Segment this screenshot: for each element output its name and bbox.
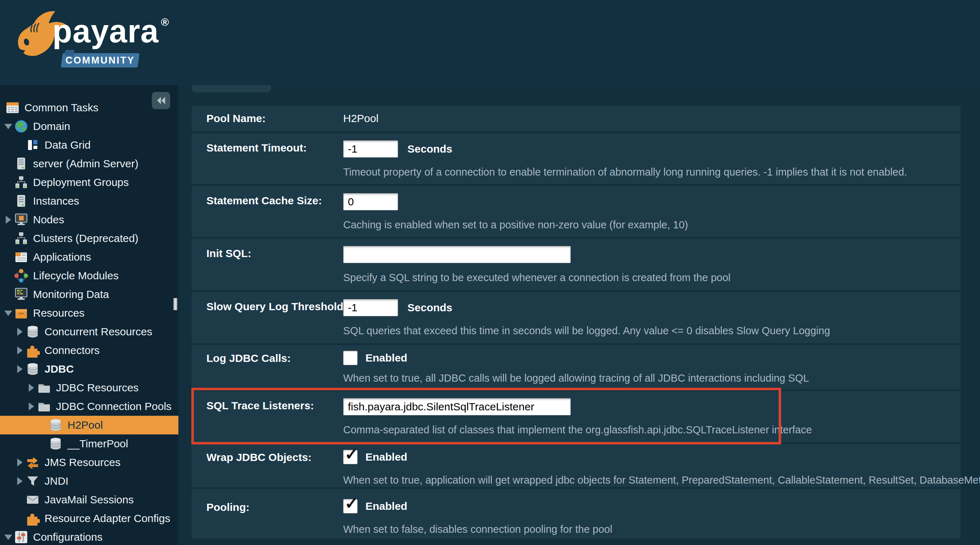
database-icon bbox=[25, 324, 40, 339]
brand-wordmark: payara® bbox=[52, 13, 169, 50]
expander-right-icon[interactable] bbox=[14, 328, 25, 336]
hierarchy-icon bbox=[14, 175, 29, 190]
sidebar-item-javamail-sessions[interactable]: JavaMail Sessions bbox=[0, 491, 178, 509]
sidebar-item-connectors[interactable]: Connectors bbox=[0, 341, 178, 360]
database-icon bbox=[48, 436, 63, 451]
form-row-statement-timeout: Statement Timeout: Seconds Timeout prope… bbox=[192, 133, 961, 184]
tasks-grid-icon bbox=[5, 100, 20, 115]
expander-right-icon[interactable] bbox=[14, 459, 25, 466]
sidebar-scrollbar-thumb[interactable] bbox=[173, 298, 177, 310]
sidebar-item-jndi[interactable]: JNDI bbox=[0, 472, 178, 491]
monitoring-icon bbox=[14, 287, 29, 302]
app-header: payara® COMMUNITY bbox=[0, 0, 980, 85]
sidebar-item-clusters[interactable]: Clusters (Deprecated) bbox=[0, 229, 178, 248]
sidebar-item-lifecycle-modules[interactable]: Lifecycle Modules bbox=[0, 266, 178, 285]
statement-timeout-description: Timeout property of a connection to enab… bbox=[343, 166, 907, 178]
seconds-suffix: Seconds bbox=[407, 143, 452, 155]
data-grid-icon bbox=[25, 137, 40, 153]
applications-icon bbox=[14, 250, 29, 265]
seconds-suffix: Seconds bbox=[407, 301, 452, 314]
sql-trace-listeners-description: Comma-separated list of classes that imp… bbox=[343, 424, 812, 436]
statement-cache-size-input[interactable] bbox=[343, 193, 398, 210]
wrap-jdbc-objects-checkbox[interactable] bbox=[343, 450, 358, 464]
expander-down-icon[interactable] bbox=[3, 124, 14, 129]
form-row-slow-query-log-threshold: Slow Query Log Threshold: Seconds SQL qu… bbox=[192, 292, 961, 343]
sidebar-item-server[interactable]: server (Admin Server) bbox=[0, 155, 178, 173]
form-row-log-jdbc-calls: Log JDBC Calls: Enabled When set to true… bbox=[192, 345, 961, 389]
wrap-jdbc-objects-description: When set to true, application will get w… bbox=[343, 474, 980, 486]
sidebar-item-configurations[interactable]: Configurations bbox=[0, 528, 178, 545]
puzzle-icon bbox=[25, 511, 40, 526]
sidebar-item-jdbc-resources[interactable]: JDBC Resources bbox=[0, 378, 178, 397]
form-row-init-sql: Init SQL: Specify a SQL string to be exe… bbox=[192, 239, 961, 290]
expander-down-icon[interactable] bbox=[3, 535, 14, 540]
lifecycle-icon bbox=[14, 268, 29, 283]
statement-cache-size-label: Statement Cache Size: bbox=[207, 194, 322, 207]
database-icon bbox=[25, 362, 40, 377]
sidebar-item-common-tasks[interactable]: Common Tasks bbox=[0, 98, 178, 117]
puzzle-icon bbox=[25, 343, 40, 358]
slow-query-log-threshold-description: SQL queries that exceed this time in sec… bbox=[343, 325, 830, 337]
server-icon bbox=[14, 193, 29, 209]
expander-right-icon[interactable] bbox=[14, 477, 25, 485]
statement-timeout-input[interactable] bbox=[343, 140, 398, 158]
funnel-icon bbox=[25, 473, 40, 489]
sidebar-item-resources[interactable]: Resources bbox=[0, 304, 178, 322]
sidebar-item-timerpool[interactable]: __TimerPool bbox=[0, 434, 178, 453]
hierarchy-icon bbox=[14, 231, 29, 246]
enabled-label: Enabled bbox=[366, 500, 407, 512]
expander-right-icon[interactable] bbox=[14, 365, 25, 373]
form-row-statement-cache-size: Statement Cache Size: Caching is enabled… bbox=[192, 186, 961, 237]
pooling-label: Pooling: bbox=[207, 501, 250, 513]
payara-logo: payara® COMMUNITY bbox=[14, 2, 187, 78]
expander-right-icon[interactable] bbox=[26, 402, 37, 410]
sql-trace-listeners-input[interactable] bbox=[343, 398, 571, 415]
init-sql-label: Init SQL: bbox=[207, 247, 251, 260]
expander-right-icon[interactable] bbox=[14, 346, 25, 354]
sidebar-item-jdbc[interactable]: JDBC bbox=[0, 360, 178, 378]
pool-name-value: H2Pool bbox=[343, 112, 379, 124]
enabled-label: Enabled bbox=[366, 352, 407, 364]
wrap-jdbc-objects-label: Wrap JDBC Objects: bbox=[207, 451, 312, 464]
form-row-pooling: Pooling: Enabled When set to false, disa… bbox=[192, 489, 961, 539]
slow-query-log-threshold-label: Slow Query Log Threshold: bbox=[207, 301, 347, 313]
enabled-label: Enabled bbox=[366, 451, 407, 463]
sql-trace-listeners-label: SQL Trace Listeners: bbox=[207, 400, 314, 412]
folder-icon bbox=[37, 380, 52, 395]
init-sql-input[interactable] bbox=[343, 246, 571, 263]
globe-icon bbox=[14, 119, 29, 134]
sidebar-item-jms-resources[interactable]: JMS Resources bbox=[0, 453, 178, 472]
sidebar-item-domain[interactable]: Domain bbox=[0, 117, 178, 136]
pooling-checkbox[interactable] bbox=[343, 499, 358, 513]
sidebar-item-jdbc-connection-pools[interactable]: JDBC Connection Pools bbox=[0, 397, 178, 416]
jms-arrows-icon bbox=[25, 455, 40, 470]
init-sql-description: Specify a SQL string to be executed when… bbox=[343, 272, 730, 284]
sidebar-item-deployment-groups[interactable]: Deployment Groups bbox=[0, 173, 178, 192]
statement-timeout-label: Statement Timeout: bbox=[207, 142, 307, 154]
sidebar-item-applications[interactable]: Applications bbox=[0, 248, 178, 266]
folder-icon bbox=[37, 399, 52, 414]
expander-right-icon[interactable] bbox=[26, 384, 37, 392]
registered-mark: ® bbox=[161, 16, 169, 28]
slow-query-log-threshold-input[interactable] bbox=[343, 299, 398, 316]
database-icon bbox=[48, 418, 63, 433]
sidebar-item-nodes[interactable]: Nodes bbox=[0, 210, 178, 229]
sidebar-item-data-grid[interactable]: Data Grid bbox=[0, 136, 178, 155]
node-monitor-icon bbox=[14, 212, 29, 227]
mail-icon bbox=[25, 492, 40, 507]
expander-right-icon[interactable] bbox=[3, 216, 14, 224]
form-row-wrap-jdbc-objects: Wrap JDBC Objects: Enabled When set to t… bbox=[192, 444, 961, 487]
sidebar-item-monitoring-data[interactable]: Monitoring Data bbox=[0, 285, 178, 304]
resources-box-icon bbox=[14, 306, 29, 320]
payara-admin-console: payara® COMMUNITY Common Tasks Domain bbox=[0, 0, 980, 545]
top-tab-stub[interactable] bbox=[192, 85, 271, 92]
form-row-pool-name: Pool Name: H2Pool bbox=[192, 106, 961, 131]
log-jdbc-calls-checkbox[interactable] bbox=[343, 351, 358, 365]
expander-down-icon[interactable] bbox=[3, 311, 14, 316]
sidebar-item-instances[interactable]: Instances bbox=[0, 192, 178, 210]
sidebar-item-concurrent-resources[interactable]: Concurrent Resources bbox=[0, 322, 178, 341]
sliders-icon bbox=[14, 529, 29, 545]
pooling-description: When set to false, disables connection p… bbox=[343, 523, 612, 535]
sidebar-item-h2pool[interactable]: H2Pool bbox=[0, 416, 178, 434]
sidebar-item-resource-adapter-configs[interactable]: Resource Adapter Configs bbox=[0, 509, 178, 528]
